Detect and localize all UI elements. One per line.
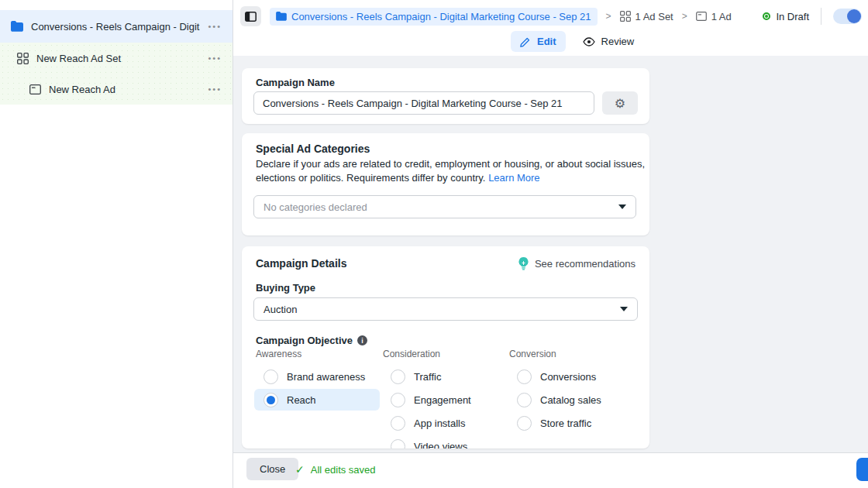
check-icon: ✓ <box>295 463 305 476</box>
editor-footer: Close ✓ All edits saved <box>233 452 868 488</box>
chevron-down-icon <box>620 307 628 311</box>
objective-option-traffic[interactable]: Traffic <box>381 366 507 387</box>
special-ad-categories-card: Special Ad Categories Declare if your ad… <box>242 133 649 235</box>
sidebar-item-ad[interactable]: New Reach Ad ••• <box>0 74 232 105</box>
campaign-on-off-toggle[interactable] <box>833 9 862 24</box>
tab-review[interactable]: Review <box>580 31 638 52</box>
objective-option-catalog-sales[interactable]: Catalog sales <box>508 389 638 411</box>
chevron-down-icon <box>618 204 626 209</box>
pencil-icon <box>520 36 531 47</box>
panel-icon <box>245 12 257 22</box>
editor-header: Conversions - Reels Campaign - Digital M… <box>233 0 868 56</box>
campaign-details-card: Campaign Details See recommendations Buy… <box>242 246 649 448</box>
campaign-tree-sidebar: Conversions - Reels Campaign - Digita...… <box>0 0 233 488</box>
special-ad-dropdown-placeholder: No categories declared <box>264 201 618 213</box>
info-icon[interactable]: i <box>357 335 367 345</box>
radio-unselected-icon <box>517 416 532 431</box>
radio-unselected-icon <box>264 369 278 384</box>
column-header: Consideration <box>381 349 507 364</box>
draft-dot-icon <box>763 12 770 20</box>
objective-option-app-installs[interactable]: App installs <box>381 412 507 434</box>
ad-menu-icon[interactable]: ••• <box>208 84 222 94</box>
special-ad-description-line1: Declare if your ads are related to credi… <box>256 157 645 171</box>
lightbulb-icon <box>518 257 529 270</box>
breadcrumb-campaign-label: Conversions - Reels Campaign - Digital M… <box>291 11 591 22</box>
breadcrumb: Conversions - Reels Campaign - Digital M… <box>233 0 868 26</box>
adset-grid-icon <box>17 53 29 64</box>
header-divider <box>821 8 822 25</box>
campaign-name-card: Campaign Name ⚙ <box>242 68 649 124</box>
draft-items-zone: New Reach Ad Set ••• New Reach Ad ••• <box>0 43 232 105</box>
campaign-name-settings-button[interactable]: ⚙ <box>602 91 638 115</box>
learn-more-link[interactable]: Learn More <box>488 172 539 184</box>
radio-unselected-icon <box>391 439 405 449</box>
see-recommendations-label: See recommendations <box>535 258 636 270</box>
objective-column-awareness: Awareness Brand awareness Reach <box>254 349 380 411</box>
edit-pane: Campaign Name ⚙ Special Ad Categories De… <box>233 56 868 452</box>
column-header: Awareness <box>254 349 380 364</box>
draft-status-badge: In Draft <box>763 11 809 22</box>
tab-edit-label: Edit <box>537 36 556 47</box>
close-button[interactable]: Close <box>246 458 298 480</box>
mode-tabs: Edit Review <box>511 31 868 52</box>
campaign-name-label: Campaign Name <box>256 77 335 88</box>
buying-type-label: Buying Type <box>256 282 315 294</box>
folder-icon <box>276 12 287 21</box>
buying-type-dropdown[interactable]: Auction <box>253 297 638 321</box>
objective-option-reach[interactable]: Reach <box>254 389 380 411</box>
save-status: ✓ All edits saved <box>295 463 376 476</box>
special-ad-description: Declare if your ads are related to credi… <box>256 157 645 185</box>
campaign-objective-label: Campaign Objective i <box>256 335 367 346</box>
eye-icon <box>583 37 595 46</box>
radio-unselected-icon <box>391 393 405 407</box>
folder-icon <box>11 21 23 32</box>
breadcrumb-separator: > <box>682 11 687 22</box>
breadcrumb-ad-label: 1 Ad <box>711 11 732 22</box>
special-ad-title: Special Ad Categories <box>256 143 370 155</box>
breadcrumb-campaign[interactable]: Conversions - Reels Campaign - Digital M… <box>270 8 598 26</box>
campaign-menu-icon[interactable]: ••• <box>208 22 222 31</box>
save-status-label: All edits saved <box>311 464 376 476</box>
campaign-details-title: Campaign Details <box>256 257 346 270</box>
sidebar-ad-label: New Reach Ad <box>49 84 200 95</box>
ads-manager-window: Conversions - Reels Campaign - Digita...… <box>0 0 868 488</box>
see-recommendations-button[interactable]: See recommendations <box>518 257 636 270</box>
breadcrumb-separator: > <box>606 11 611 22</box>
collapse-sidebar-button[interactable] <box>240 6 261 26</box>
breadcrumb-adset-label: 1 Ad Set <box>636 11 673 22</box>
adset-menu-icon[interactable]: ••• <box>208 53 222 63</box>
sidebar-item-campaign[interactable]: Conversions - Reels Campaign - Digita...… <box>0 10 232 43</box>
breadcrumb-ad[interactable]: 1 Ad <box>696 11 732 22</box>
sidebar-campaign-label: Conversions - Reels Campaign - Digita... <box>31 21 200 33</box>
radio-selected-icon <box>264 393 278 407</box>
objective-option-brand-awareness[interactable]: Brand awareness <box>254 366 380 387</box>
adset-grid-icon <box>620 11 631 22</box>
tab-edit[interactable]: Edit <box>511 31 566 52</box>
special-ad-description-line2: elections or politics. Requirements diff… <box>256 171 645 185</box>
column-header: Conversion <box>508 349 638 364</box>
campaign-name-input[interactable] <box>253 91 594 115</box>
gear-icon: ⚙ <box>615 96 625 111</box>
radio-unselected-icon <box>517 369 532 384</box>
sidebar-adset-label: New Reach Ad Set <box>36 53 200 64</box>
objective-column-conversion: Conversion Conversions Catalog sales Sto… <box>508 349 638 434</box>
tab-review-label: Review <box>601 36 635 47</box>
radio-unselected-icon <box>391 416 405 431</box>
objective-option-conversions[interactable]: Conversions <box>508 366 638 387</box>
objective-column-consideration: Consideration Traffic Engagement App ins… <box>381 349 507 448</box>
publish-button[interactable] <box>856 458 868 481</box>
ad-frame-icon <box>29 84 41 95</box>
draft-status-label: In Draft <box>776 11 809 22</box>
breadcrumb-adset[interactable]: 1 Ad Set <box>620 11 673 22</box>
sidebar-item-adset[interactable]: New Reach Ad Set ••• <box>0 43 232 74</box>
buying-type-value: Auction <box>264 304 620 315</box>
objective-option-engagement[interactable]: Engagement <box>381 389 507 411</box>
objective-option-store-traffic[interactable]: Store traffic <box>508 412 638 434</box>
ad-frame-icon <box>696 12 707 21</box>
radio-unselected-icon <box>391 369 405 384</box>
objective-option-video-views[interactable]: Video views <box>381 435 507 448</box>
special-ad-categories-dropdown[interactable]: No categories declared <box>253 195 636 218</box>
radio-unselected-icon <box>517 393 532 407</box>
toggle-knob <box>847 9 861 23</box>
